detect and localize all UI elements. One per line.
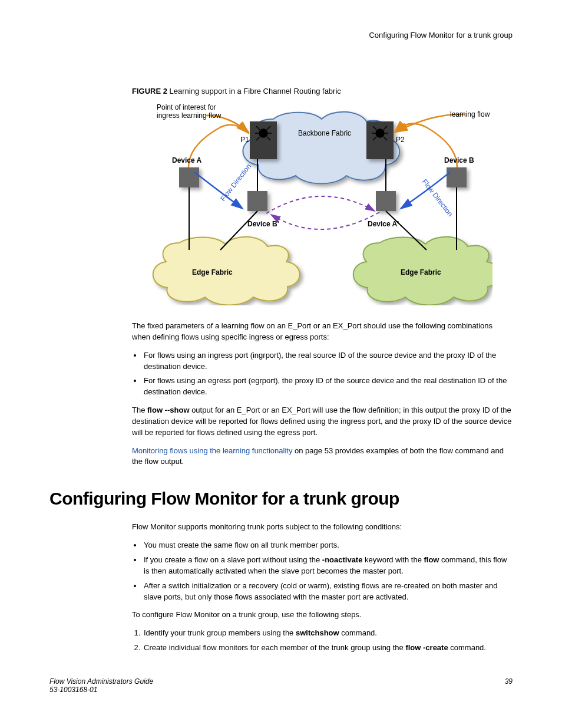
svg-point-1 <box>259 129 267 137</box>
running-header: Configuring Flow Monitor for a trunk gro… <box>49 31 513 39</box>
list-item: Identify your trunk group members using … <box>143 628 513 639</box>
bullet-list: You must create the same flow on all tru… <box>143 540 513 602</box>
list-item: If you create a flow on a slave port wit… <box>143 555 513 577</box>
svg-text:Device B': Device B' <box>247 220 279 228</box>
figure-caption: FIGURE 2 Learning support in a Fibre Cha… <box>132 87 513 95</box>
svg-text:Device A': Device A' <box>368 220 399 228</box>
svg-text:Device B: Device B <box>444 156 474 164</box>
footer-docnum: 53-1003168-01 <box>49 686 513 694</box>
svg-rect-19 <box>447 167 467 187</box>
label-learning-flow: learning flow <box>450 110 490 118</box>
label-backbone: Backbone Fabric <box>298 129 351 137</box>
figure-number: FIGURE 2 <box>132 87 167 95</box>
svg-text:Edge Fabric: Edge Fabric <box>192 268 233 276</box>
list-item: After a switch initialization or a recov… <box>143 581 513 603</box>
list-item: For flows using an egress port (egrport)… <box>143 375 513 398</box>
svg-rect-17 <box>247 191 267 211</box>
svg-rect-16 <box>179 167 199 187</box>
list-item: For flows using an ingress port (ingrpor… <box>143 350 513 373</box>
paragraph: Flow Monitor supports monitoring trunk p… <box>132 522 513 533</box>
switch-right <box>366 121 394 159</box>
footer-title: Flow Vision Administrators Guide <box>49 677 513 686</box>
bullet-list: For flows using an ingress port (ingrpor… <box>143 350 513 398</box>
page-footer: Flow Vision Administrators Guide 53-1003… <box>49 677 513 694</box>
switch-left <box>250 121 277 159</box>
list-item: Create individual flow monitors for each… <box>143 643 513 654</box>
section-heading: Configuring Flow Monitor for a trunk gro… <box>49 489 513 509</box>
svg-text:P2: P2 <box>396 136 405 144</box>
paragraph: To configure Flow Monitor on a trunk gro… <box>132 610 513 621</box>
paragraph: The flow --show output for an E_Port or … <box>132 405 513 439</box>
page-number: 39 <box>505 677 513 686</box>
command-text: flow --show <box>147 406 190 414</box>
paragraph: Monitoring flows using the learning func… <box>132 446 513 468</box>
svg-text:Edge Fabric: Edge Fabric <box>401 268 441 276</box>
svg-text:Device A: Device A <box>172 156 202 164</box>
command-text: switchshow <box>296 628 339 637</box>
page-content: FIGURE 2 Learning support in a Fibre Cha… <box>132 87 513 654</box>
list-item: You must create the same flow on all tru… <box>143 540 513 551</box>
keyword-text: -noactivate <box>322 555 363 564</box>
svg-rect-8 <box>366 121 394 159</box>
paragraph: The fixed parameters of a learning flow … <box>132 321 513 343</box>
svg-rect-18 <box>376 191 396 211</box>
figure-title: Learning support in a Fibre Channel Rout… <box>167 87 341 95</box>
command-text: flow <box>424 555 439 564</box>
cross-reference-link[interactable]: Monitoring flows using the learning func… <box>132 446 292 455</box>
numbered-list: Identify your trunk group members using … <box>143 628 513 654</box>
svg-text:Point of interest foringress l: Point of interest foringress learning fl… <box>157 104 222 120</box>
svg-point-9 <box>376 129 384 137</box>
svg-text:P1: P1 <box>240 136 249 144</box>
network-diagram: Point of interest foringress learning fl… <box>132 104 492 305</box>
svg-rect-0 <box>250 121 277 159</box>
command-text: flow -create <box>405 643 448 652</box>
